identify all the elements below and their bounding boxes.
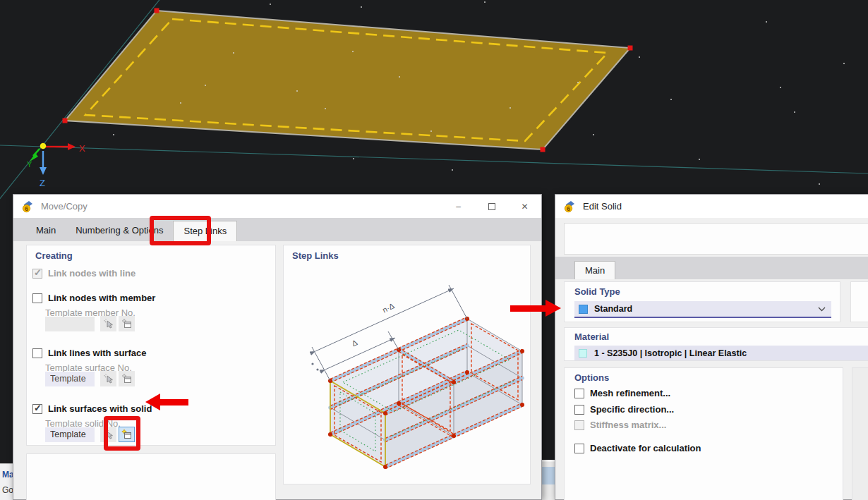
edit-solid-tabstrip: Main bbox=[555, 257, 868, 279]
solid-type-value: Standard bbox=[594, 304, 818, 314]
gap-highlight bbox=[542, 460, 555, 462]
window-controls: – ✕ bbox=[442, 195, 541, 218]
solid-type-side-box bbox=[850, 281, 868, 322]
step-links-illustration: Δ n·Δ bbox=[289, 267, 525, 482]
options-side-box bbox=[852, 367, 868, 500]
solid-type-groupbox: Solid Type Standard bbox=[564, 281, 840, 322]
material-groupbox: Material 1 - S235J0 | Isotropic | Linear… bbox=[564, 327, 868, 361]
scrollbar-thumb[interactable] bbox=[542, 467, 555, 484]
tab-edit-solid-main[interactable]: Main bbox=[574, 261, 615, 279]
link-surfaces-with-solid-label[interactable]: Link surfaces with solid bbox=[48, 403, 152, 414]
select-template-member-button[interactable] bbox=[100, 316, 116, 331]
stiffness-matrix-checkbox bbox=[574, 420, 584, 430]
annotation-box-step-links-tab bbox=[150, 216, 211, 245]
tab-main[interactable]: Main bbox=[26, 221, 66, 241]
link-nodes-with-member-checkbox[interactable] bbox=[32, 293, 42, 303]
new-template-member-button[interactable] bbox=[119, 316, 135, 331]
edit-solid-title: Edit Solid bbox=[583, 201, 622, 212]
maximize-icon bbox=[488, 203, 495, 210]
dim-label-n-delta: n·Δ bbox=[381, 301, 396, 314]
left-fragment-text-bottom: Go bbox=[2, 485, 13, 495]
minimize-icon: – bbox=[456, 202, 461, 212]
new-template-surface-button[interactable] bbox=[119, 371, 135, 386]
application-window: X Y Z Ma Go 6 Move/Copy – ✕ bbox=[0, 0, 868, 500]
specific-direction-checkbox[interactable] bbox=[574, 405, 584, 415]
close-icon: ✕ bbox=[521, 202, 528, 212]
link-nodes-with-line-checkbox bbox=[32, 269, 42, 279]
material-header: Material bbox=[574, 331, 609, 342]
annotation-box-new-solid-button bbox=[104, 416, 140, 451]
link-lines-with-surface-label[interactable]: Link lines with surface bbox=[48, 348, 146, 358]
background-left-panel-fragment: Ma Go bbox=[0, 463, 13, 500]
annotation-arrow-left bbox=[145, 394, 188, 410]
link-surfaces-with-solid-checkbox[interactable] bbox=[32, 404, 42, 414]
maximize-button[interactable] bbox=[475, 195, 508, 218]
dim-label-delta: Δ bbox=[350, 338, 358, 348]
link-nodes-with-member-label[interactable]: Link nodes with member bbox=[48, 293, 155, 303]
chevron-down-icon bbox=[818, 307, 826, 312]
new-object-icon bbox=[121, 318, 133, 329]
solid-type-header: Solid Type bbox=[574, 286, 620, 297]
app-icon: 6 bbox=[21, 200, 35, 213]
material-color-swatch bbox=[579, 349, 587, 358]
x-axis-label: X bbox=[79, 143, 85, 154]
step-links-panel: Step Links bbox=[283, 245, 531, 484]
select-pointer-icon bbox=[103, 318, 114, 329]
app-icon: 6 bbox=[563, 200, 577, 213]
step-links-header: Step Links bbox=[292, 250, 339, 261]
move-copy-tabstrip: Main Numbering & Options Step Links bbox=[13, 218, 541, 241]
stiffness-matrix-label: Stiffness matrix... bbox=[590, 420, 666, 430]
link-nodes-with-line-label: Link nodes with line bbox=[48, 268, 135, 279]
close-button[interactable]: ✕ bbox=[508, 195, 541, 218]
left-fragment-text-top: Ma bbox=[2, 470, 13, 480]
mesh-refinement-checkbox[interactable] bbox=[574, 389, 584, 398]
mesh-refinement-label[interactable]: Mesh refinement... bbox=[590, 388, 670, 398]
template-surface-input[interactable] bbox=[45, 372, 95, 386]
edit-solid-dialog: 6 Edit Solid Main Solid Type Standard Ma… bbox=[555, 194, 868, 500]
minimize-button[interactable]: – bbox=[442, 195, 475, 218]
solid-type-dropdown[interactable]: Standard bbox=[574, 301, 831, 318]
material-row[interactable]: 1 - S235J0 | Isotropic | Linear Elastic bbox=[574, 346, 868, 360]
svg-text:6: 6 bbox=[567, 205, 570, 212]
options-groupbox: Options Mesh refinement... Specific dire… bbox=[564, 367, 843, 500]
annotation-arrow-right bbox=[510, 300, 561, 317]
select-template-surface-button[interactable] bbox=[100, 371, 116, 386]
new-object-icon bbox=[121, 373, 133, 384]
z-axis-label: Z bbox=[40, 178, 45, 188]
creating-groupbox: Creating Link nodes with line Link nodes… bbox=[26, 245, 276, 446]
creating-header: Creating bbox=[35, 250, 73, 261]
move-copy-titlebar[interactable]: 6 Move/Copy – ✕ bbox=[13, 195, 541, 218]
link-lines-with-surface-checkbox[interactable] bbox=[32, 348, 42, 358]
solid-type-color-swatch bbox=[579, 305, 588, 314]
specific-direction-label[interactable]: Specific direction... bbox=[590, 404, 674, 415]
move-copy-title: Move/Copy bbox=[41, 201, 88, 212]
deactivate-for-calculation-label[interactable]: Deactivate for calculation bbox=[590, 443, 701, 453]
template-solid-input[interactable] bbox=[45, 427, 95, 442]
edit-solid-titlebar[interactable]: 6 Edit Solid bbox=[555, 195, 868, 218]
select-pointer-icon bbox=[103, 373, 114, 384]
move-copy-dialog: 6 Move/Copy – ✕ Main Numbering & Options… bbox=[13, 194, 542, 500]
lower-left-groupbox bbox=[26, 453, 276, 500]
y-axis-label: Y bbox=[27, 160, 32, 169]
svg-text:6: 6 bbox=[25, 205, 28, 212]
background-gap-strip bbox=[541, 460, 556, 500]
options-header: Options bbox=[574, 372, 609, 383]
solid-name-box bbox=[564, 223, 868, 255]
deactivate-for-calculation-checkbox[interactable] bbox=[574, 444, 584, 453]
template-member-input[interactable] bbox=[45, 317, 95, 331]
material-value: 1 - S235J0 | Isotropic | Linear Elastic bbox=[594, 348, 868, 358]
